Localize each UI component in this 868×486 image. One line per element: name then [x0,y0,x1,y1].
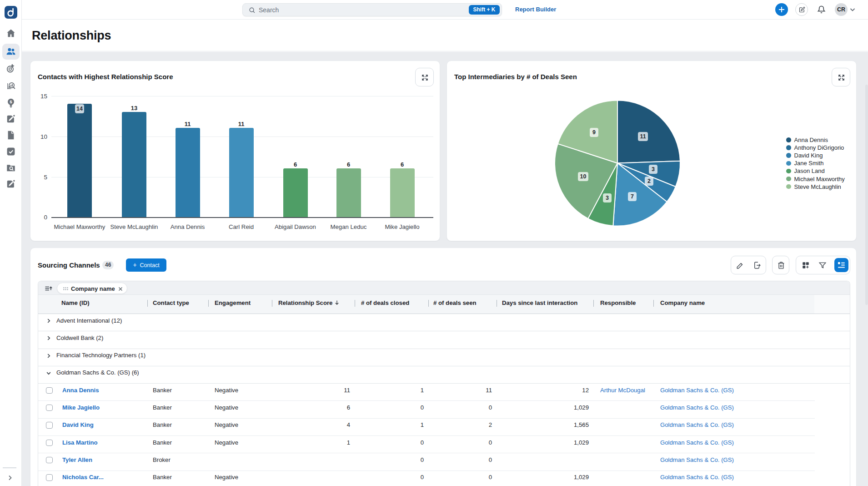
svg-text:$: $ [10,99,12,104]
